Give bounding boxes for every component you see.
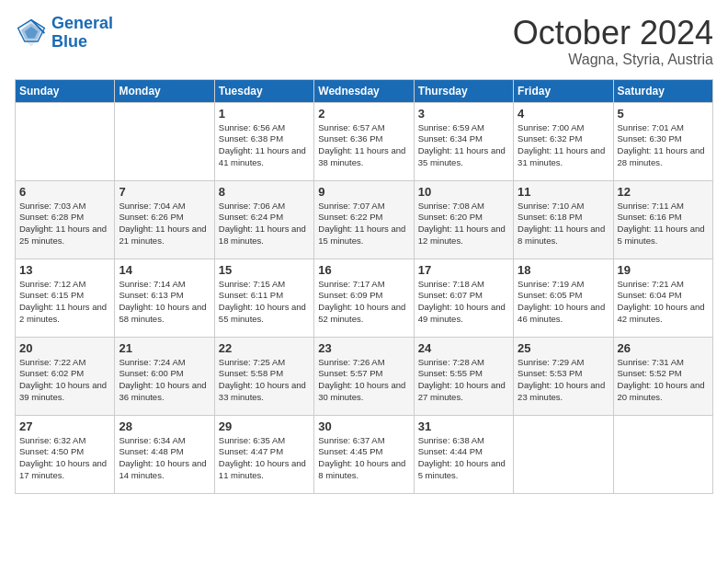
calendar-week-5: 27Sunrise: 6:32 AM Sunset: 4:50 PM Dayli…	[16, 415, 713, 493]
day-number: 26	[618, 341, 709, 355]
day-number: 25	[518, 341, 609, 355]
day-number: 4	[518, 107, 609, 121]
day-number: 8	[219, 185, 310, 199]
logo-general: General	[51, 14, 113, 32]
day-info: Sunrise: 6:38 AM Sunset: 4:44 PM Dayligh…	[418, 435, 509, 482]
day-info: Sunrise: 7:14 AM Sunset: 6:13 PM Dayligh…	[119, 279, 210, 326]
day-info: Sunrise: 7:08 AM Sunset: 6:20 PM Dayligh…	[418, 201, 509, 247]
day-number: 15	[219, 263, 310, 277]
logo-blue: Blue	[51, 33, 113, 52]
location-title: Wagna, Styria, Austria	[513, 52, 713, 68]
day-info: Sunrise: 7:15 AM Sunset: 6:11 PM Dayligh…	[219, 279, 310, 326]
calendar-cell: 18Sunrise: 7:19 AM Sunset: 6:05 PM Dayli…	[514, 259, 613, 337]
day-info: Sunrise: 6:37 AM Sunset: 4:45 PM Dayligh…	[318, 435, 409, 482]
calendar-header-wednesday: Wednesday	[314, 79, 414, 102]
day-number: 12	[618, 185, 709, 199]
calendar-cell: 28Sunrise: 6:34 AM Sunset: 4:48 PM Dayli…	[115, 415, 214, 493]
day-info: Sunrise: 7:18 AM Sunset: 6:07 PM Dayligh…	[418, 279, 509, 326]
day-info: Sunrise: 6:35 AM Sunset: 4:47 PM Dayligh…	[219, 435, 310, 482]
logo-text: General Blue	[51, 15, 113, 52]
day-info: Sunrise: 7:04 AM Sunset: 6:26 PM Dayligh…	[119, 201, 210, 247]
calendar-cell: 14Sunrise: 7:14 AM Sunset: 6:13 PM Dayli…	[115, 259, 214, 337]
calendar-cell	[16, 102, 115, 180]
calendar-cell: 26Sunrise: 7:31 AM Sunset: 5:52 PM Dayli…	[613, 337, 712, 415]
day-info: Sunrise: 7:17 AM Sunset: 6:09 PM Dayligh…	[318, 279, 409, 326]
day-number: 22	[219, 341, 310, 355]
calendar-week-2: 6Sunrise: 7:03 AM Sunset: 6:28 PM Daylig…	[16, 180, 713, 259]
day-info: Sunrise: 7:19 AM Sunset: 6:05 PM Dayligh…	[518, 279, 609, 326]
day-number: 13	[19, 263, 110, 277]
calendar-cell: 12Sunrise: 7:11 AM Sunset: 6:16 PM Dayli…	[613, 180, 712, 259]
day-number: 20	[19, 341, 110, 355]
calendar-header-friday: Friday	[514, 79, 613, 102]
day-info: Sunrise: 7:29 AM Sunset: 5:53 PM Dayligh…	[518, 357, 609, 404]
day-number: 30	[318, 419, 409, 433]
day-number: 11	[518, 185, 609, 199]
calendar-cell: 8Sunrise: 7:06 AM Sunset: 6:24 PM Daylig…	[214, 180, 313, 259]
calendar-cell	[115, 102, 214, 180]
calendar-cell: 30Sunrise: 6:37 AM Sunset: 4:45 PM Dayli…	[314, 415, 414, 493]
calendar-cell: 20Sunrise: 7:22 AM Sunset: 6:02 PM Dayli…	[16, 337, 115, 415]
logo-icon	[15, 17, 48, 50]
calendar-cell: 9Sunrise: 7:07 AM Sunset: 6:22 PM Daylig…	[314, 180, 414, 259]
day-info: Sunrise: 7:12 AM Sunset: 6:15 PM Dayligh…	[19, 279, 110, 326]
day-info: Sunrise: 6:59 AM Sunset: 6:34 PM Dayligh…	[418, 122, 509, 169]
calendar-week-4: 20Sunrise: 7:22 AM Sunset: 6:02 PM Dayli…	[16, 337, 713, 415]
calendar-header-sunday: Sunday	[16, 79, 115, 102]
calendar-header-row: SundayMondayTuesdayWednesdayThursdayFrid…	[16, 79, 713, 102]
calendar-cell: 13Sunrise: 7:12 AM Sunset: 6:15 PM Dayli…	[16, 259, 115, 337]
title-block: October 2024 Wagna, Styria, Austria	[513, 15, 713, 68]
calendar-cell	[514, 415, 613, 493]
calendar-cell: 22Sunrise: 7:25 AM Sunset: 5:58 PM Dayli…	[214, 337, 313, 415]
day-number: 17	[418, 263, 509, 277]
day-info: Sunrise: 7:10 AM Sunset: 6:18 PM Dayligh…	[518, 201, 609, 247]
calendar-table: SundayMondayTuesdayWednesdayThursdayFrid…	[15, 79, 713, 494]
day-info: Sunrise: 7:22 AM Sunset: 6:02 PM Dayligh…	[19, 357, 110, 404]
day-number: 5	[618, 107, 709, 121]
calendar-cell: 19Sunrise: 7:21 AM Sunset: 6:04 PM Dayli…	[613, 259, 712, 337]
day-info: Sunrise: 7:03 AM Sunset: 6:28 PM Dayligh…	[19, 201, 110, 247]
day-number: 9	[318, 185, 409, 199]
calendar-cell: 27Sunrise: 6:32 AM Sunset: 4:50 PM Dayli…	[16, 415, 115, 493]
day-info: Sunrise: 7:11 AM Sunset: 6:16 PM Dayligh…	[618, 201, 709, 247]
day-info: Sunrise: 6:57 AM Sunset: 6:36 PM Dayligh…	[318, 122, 409, 169]
calendar-cell: 29Sunrise: 6:35 AM Sunset: 4:47 PM Dayli…	[214, 415, 313, 493]
calendar-cell: 3Sunrise: 6:59 AM Sunset: 6:34 PM Daylig…	[414, 102, 513, 180]
calendar-cell: 16Sunrise: 7:17 AM Sunset: 6:09 PM Dayli…	[314, 259, 414, 337]
calendar-week-3: 13Sunrise: 7:12 AM Sunset: 6:15 PM Dayli…	[16, 259, 713, 337]
day-number: 3	[418, 107, 509, 121]
logo: General Blue	[15, 15, 113, 52]
calendar-cell: 10Sunrise: 7:08 AM Sunset: 6:20 PM Dayli…	[414, 180, 513, 259]
day-info: Sunrise: 7:31 AM Sunset: 5:52 PM Dayligh…	[618, 357, 709, 404]
day-number: 24	[418, 341, 509, 355]
day-number: 29	[219, 419, 310, 433]
day-info: Sunrise: 7:21 AM Sunset: 6:04 PM Dayligh…	[618, 279, 709, 326]
day-number: 14	[119, 263, 210, 277]
calendar-cell: 7Sunrise: 7:04 AM Sunset: 6:26 PM Daylig…	[115, 180, 214, 259]
day-number: 19	[618, 263, 709, 277]
day-number: 18	[518, 263, 609, 277]
calendar-header-saturday: Saturday	[613, 79, 712, 102]
day-info: Sunrise: 6:32 AM Sunset: 4:50 PM Dayligh…	[19, 435, 110, 482]
day-info: Sunrise: 7:00 AM Sunset: 6:32 PM Dayligh…	[518, 122, 609, 169]
day-number: 6	[19, 185, 110, 199]
calendar-header-tuesday: Tuesday	[214, 79, 313, 102]
day-info: Sunrise: 7:01 AM Sunset: 6:30 PM Dayligh…	[618, 122, 709, 169]
calendar-cell: 4Sunrise: 7:00 AM Sunset: 6:32 PM Daylig…	[514, 102, 613, 180]
day-info: Sunrise: 7:26 AM Sunset: 5:57 PM Dayligh…	[318, 357, 409, 404]
calendar-cell: 2Sunrise: 6:57 AM Sunset: 6:36 PM Daylig…	[314, 102, 414, 180]
day-number: 7	[119, 185, 210, 199]
calendar-cell: 5Sunrise: 7:01 AM Sunset: 6:30 PM Daylig…	[613, 102, 712, 180]
day-info: Sunrise: 6:34 AM Sunset: 4:48 PM Dayligh…	[119, 435, 210, 482]
day-number: 28	[119, 419, 210, 433]
calendar-cell: 25Sunrise: 7:29 AM Sunset: 5:53 PM Dayli…	[514, 337, 613, 415]
calendar-cell: 23Sunrise: 7:26 AM Sunset: 5:57 PM Dayli…	[314, 337, 414, 415]
day-number: 10	[418, 185, 509, 199]
calendar-cell: 15Sunrise: 7:15 AM Sunset: 6:11 PM Dayli…	[214, 259, 313, 337]
page-header: General Blue October 2024 Wagna, Styria,…	[15, 15, 713, 68]
day-info: Sunrise: 7:06 AM Sunset: 6:24 PM Dayligh…	[219, 201, 310, 247]
day-info: Sunrise: 6:56 AM Sunset: 6:38 PM Dayligh…	[219, 122, 310, 169]
day-info: Sunrise: 7:07 AM Sunset: 6:22 PM Dayligh…	[318, 201, 409, 247]
calendar-cell: 31Sunrise: 6:38 AM Sunset: 4:44 PM Dayli…	[414, 415, 513, 493]
calendar-cell	[613, 415, 712, 493]
